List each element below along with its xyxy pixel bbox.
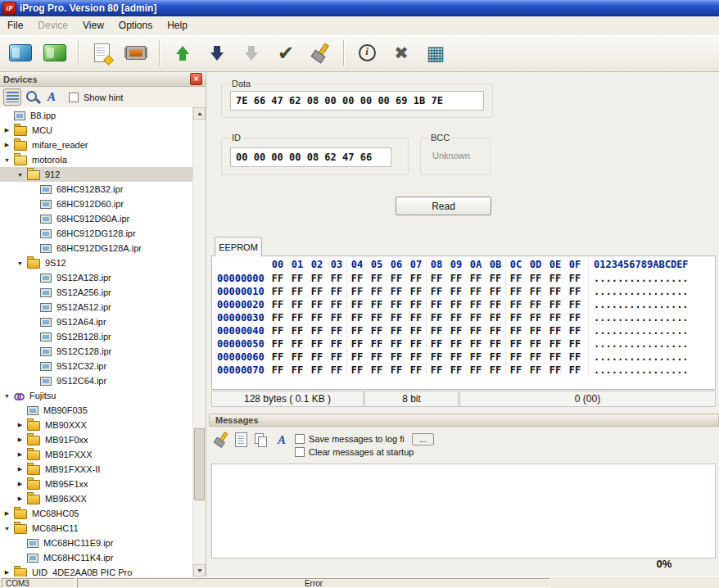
read-button[interactable]: Read	[396, 197, 491, 215]
collapsed-icon[interactable]: ▶	[15, 495, 25, 502]
tree-item[interactable]: 68HC912B32.ipr	[0, 182, 193, 197]
tree-scrollbar[interactable]	[192, 107, 206, 577]
data-field[interactable]: 7E 66 47 62 08 00 00 00 00 69 1B 7E	[230, 91, 484, 111]
tree-item[interactable]: 9S12A64.ipr	[0, 314, 193, 329]
info-button[interactable]	[351, 38, 382, 68]
hex-byte[interactable]: FF	[565, 324, 585, 337]
collapsed-icon[interactable]: ▶	[2, 127, 12, 133]
expanded-icon[interactable]: ▼	[15, 260, 25, 266]
hex-byte[interactable]: FF	[287, 351, 307, 364]
hex-byte[interactable]: FF	[346, 272, 367, 285]
hex-byte[interactable]: FF	[268, 285, 287, 298]
hex-byte[interactable]: FF	[565, 337, 585, 351]
tree-item[interactable]: ▶MB95F1xx	[0, 477, 193, 491]
new-file-button[interactable]	[86, 38, 117, 68]
hex-byte[interactable]: FF	[565, 351, 585, 364]
messages-font-button[interactable]: A	[273, 431, 291, 449]
hex-byte[interactable]: FF	[505, 351, 526, 364]
hex-byte[interactable]: FF	[307, 351, 327, 364]
hex-byte[interactable]: FF	[446, 351, 466, 364]
expanded-icon[interactable]: ▼	[2, 526, 12, 531]
menu-item-file[interactable]: File	[0, 18, 30, 33]
hex-byte[interactable]: FF	[565, 364, 585, 377]
hex-byte[interactable]: FF	[327, 285, 346, 298]
tree-item[interactable]: 9S12C128.ipr	[0, 344, 193, 359]
id-field[interactable]: 00 00 00 00 08 62 47 66	[230, 147, 391, 167]
tree-item[interactable]: ▼Fujitsu	[0, 388, 193, 403]
expanded-icon[interactable]: ▼	[15, 172, 25, 178]
hex-byte[interactable]: FF	[526, 351, 545, 364]
tree-item[interactable]: 68HC912DG128A.ipr	[0, 241, 193, 256]
hex-byte[interactable]: FF	[446, 324, 466, 337]
hex-byte[interactable]: FF	[486, 337, 505, 351]
hex-byte[interactable]: FF	[565, 311, 585, 324]
scroll-down-icon[interactable]	[193, 564, 206, 577]
hex-byte[interactable]: FF	[287, 364, 307, 377]
hex-ascii[interactable]: ................	[588, 337, 699, 351]
tree-item[interactable]: ▶MB90XXX	[0, 418, 193, 432]
tree-item[interactable]: ▶MC68HC05	[0, 506, 193, 521]
tree-item[interactable]: ▼motorola	[0, 152, 193, 167]
hex-byte[interactable]: FF	[268, 298, 287, 311]
collapsed-icon[interactable]: ▶	[15, 466, 25, 473]
hex-byte[interactable]: FF	[446, 298, 466, 311]
hex-byte[interactable]: FF	[387, 311, 406, 324]
tree-item[interactable]: ▶UID_4DE2AA0B PIC Pro	[0, 565, 193, 577]
hex-byte[interactable]: FF	[446, 337, 466, 351]
hex-byte[interactable]: FF	[367, 351, 387, 364]
font-button[interactable]: A	[43, 88, 61, 106]
expanded-icon[interactable]: ▼	[2, 393, 12, 399]
tree-item[interactable]: ▼912	[0, 167, 193, 182]
hex-byte[interactable]: FF	[406, 311, 426, 324]
verify-check-button[interactable]: ✔	[270, 38, 301, 68]
hex-byte[interactable]: FF	[426, 272, 446, 285]
hex-byte[interactable]: FF	[287, 298, 307, 311]
save-programmer-button[interactable]	[39, 38, 70, 68]
hex-byte[interactable]: FF	[565, 272, 585, 285]
hex-byte[interactable]: FF	[426, 298, 446, 311]
collapsed-icon[interactable]: ▶	[15, 436, 25, 443]
hex-ascii[interactable]: ................	[588, 272, 699, 285]
tree-item[interactable]: MC68HC11E9.ipr	[0, 536, 193, 550]
tree-item[interactable]: ▶mifare_reader	[0, 138, 193, 152]
hex-byte[interactable]: FF	[367, 285, 387, 298]
hex-byte[interactable]: FF	[466, 351, 486, 364]
hex-byte[interactable]: FF	[268, 364, 287, 377]
hex-byte[interactable]: FF	[387, 272, 406, 285]
hex-byte[interactable]: FF	[346, 324, 367, 337]
hex-byte[interactable]: FF	[545, 311, 565, 324]
tree-item[interactable]: 9S12A256.ipr	[0, 285, 193, 300]
hex-byte[interactable]: FF	[486, 272, 505, 285]
scrollbar-thumb[interactable]	[194, 428, 205, 500]
hex-byte[interactable]: FF	[387, 298, 406, 311]
hex-byte[interactable]: FF	[346, 364, 367, 377]
tree-item[interactable]: 9S12A128.ipr	[0, 270, 193, 285]
tree-item[interactable]: ▶MB91F0xx	[0, 432, 193, 447]
collapsed-icon[interactable]: ▶	[2, 142, 12, 148]
hex-ascii[interactable]: ................	[588, 364, 699, 377]
hex-byte[interactable]: FF	[426, 285, 446, 298]
tree-item[interactable]: ▶MB96XXX	[0, 491, 193, 506]
hex-byte[interactable]: FF	[545, 337, 565, 351]
hex-byte[interactable]: FF	[466, 285, 486, 298]
hex-byte[interactable]: FF	[526, 311, 545, 324]
hex-byte[interactable]: FF	[367, 324, 387, 337]
calculator-button[interactable]: ▦	[420, 38, 451, 68]
hex-byte[interactable]: FF	[526, 285, 545, 298]
copy-messages-button[interactable]	[252, 431, 270, 449]
hex-byte[interactable]: FF	[545, 272, 565, 285]
hex-byte[interactable]: FF	[387, 364, 406, 377]
hex-byte[interactable]: FF	[406, 351, 426, 364]
hex-byte[interactable]: FF	[367, 311, 387, 324]
hex-byte[interactable]: FF	[307, 311, 327, 324]
hex-byte[interactable]: FF	[307, 337, 327, 351]
menu-item-view[interactable]: View	[75, 18, 111, 33]
hex-byte[interactable]: FF	[446, 364, 466, 377]
hex-byte[interactable]: FF	[545, 285, 565, 298]
hex-byte[interactable]: FF	[505, 337, 526, 351]
tree-item[interactable]: 68HC912D60.ipr	[0, 197, 193, 211]
tree-item[interactable]: 68HC912DG128.ipr	[0, 226, 193, 241]
hex-byte[interactable]: FF	[287, 272, 307, 285]
save-messages-checkbox[interactable]	[295, 434, 305, 444]
hex-byte[interactable]: FF	[346, 311, 367, 324]
